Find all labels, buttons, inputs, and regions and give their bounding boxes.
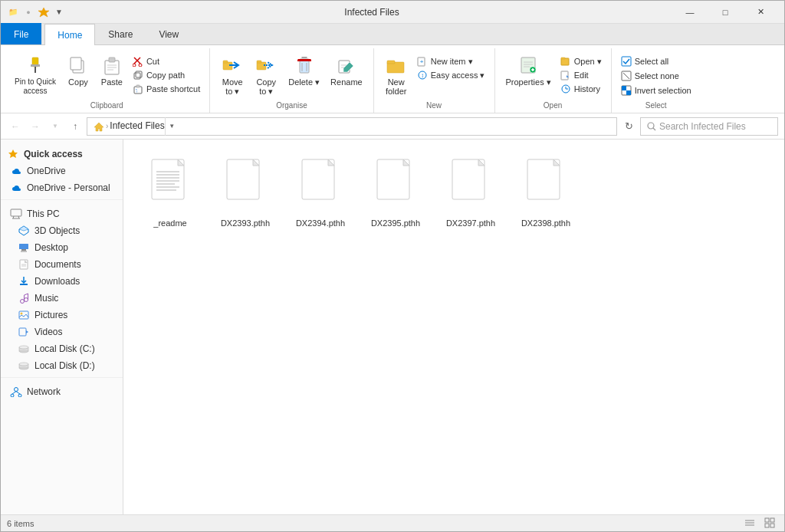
new-item-button[interactable]: + New item ▾	[414, 54, 488, 68]
sidebar-item-onedrive-personal[interactable]: OneDrive - Personal	[1, 179, 123, 196]
easy-access-button[interactable]: ↕ Easy access ▾	[414, 68, 488, 82]
copy-button[interactable]: Copy	[62, 51, 94, 90]
back-button[interactable]: ←	[7, 118, 24, 135]
svg-marker-83	[26, 330, 28, 333]
more-icon: ▼	[53, 6, 65, 18]
pictures-icon	[18, 309, 30, 321]
new-small-buttons: + New item ▾ ↕ Easy access ▾	[414, 51, 488, 82]
local-disk-c-icon	[18, 343, 30, 355]
forward-button[interactable]: →	[27, 118, 44, 135]
sidebar-item-documents[interactable]: Documents	[1, 256, 123, 273]
address-dropdown[interactable]: ▼	[165, 117, 179, 136]
tab-share[interactable]: Share	[95, 23, 146, 44]
file-item-dx2394[interactable]: DX2394.pthh	[286, 152, 355, 235]
close-button[interactable]: ✕	[743, 1, 778, 24]
refresh-button[interactable]: ↻	[620, 118, 637, 135]
copy-path-icon	[133, 70, 143, 80]
svg-rect-47	[561, 58, 569, 65]
file-name-dx2397: DX2397.pthh	[446, 218, 495, 228]
paste-icon	[101, 54, 123, 76]
svg-marker-57	[94, 123, 103, 131]
sidebar-item-downloads[interactable]: Downloads	[1, 273, 123, 290]
svg-rect-56	[626, 90, 631, 95]
svg-point-14	[133, 64, 136, 67]
sidebar-item-local-disk-c[interactable]: Local Disk (C:)	[1, 340, 123, 357]
file-name-dx2394: DX2394.pthh	[296, 218, 345, 228]
ribbon-content: Pin to Quickaccess Copy	[1, 45, 784, 113]
open-items: Properties ▾ Open ▾	[501, 48, 605, 100]
search-box[interactable]: Search Infected Files	[640, 117, 778, 136]
select-none-button[interactable]: Select none	[618, 69, 695, 83]
network-icon	[10, 386, 22, 398]
sidebar-item-local-disk-d[interactable]: Local Disk (D:)	[1, 357, 123, 374]
sidebar: Quick access OneDrive OneDrive - Per	[1, 140, 123, 514]
view-buttons	[741, 516, 778, 531]
sidebar-item-desktop[interactable]: Desktop	[1, 239, 123, 256]
cut-button[interactable]: Cut	[130, 54, 203, 68]
svg-rect-17	[136, 71, 142, 77]
file-area: _readme DX2393.pthh	[123, 140, 784, 514]
select-none-icon	[621, 71, 632, 81]
properties-icon	[517, 54, 539, 76]
svg-point-89	[19, 363, 28, 366]
svg-marker-60	[8, 149, 18, 158]
sidebar-item-music[interactable]: Music	[1, 290, 123, 307]
file-item-readme[interactable]: _readme	[136, 152, 205, 235]
paste-shortcut-button[interactable]: ⤵ Paste shortcut	[130, 82, 203, 96]
file-item-dx2398[interactable]: DX2398.pthh	[511, 152, 580, 235]
copy-path-button[interactable]: Copy path	[130, 68, 203, 82]
sidebar-item-network[interactable]: Network	[1, 383, 123, 400]
tab-view[interactable]: View	[146, 23, 192, 44]
select-all-button[interactable]: Select all	[618, 54, 695, 68]
move-to-button[interactable]: Moveto ▾	[216, 51, 248, 100]
open-button[interactable]: Open ▾	[557, 54, 605, 68]
new-folder-button[interactable]: Newfolder	[380, 51, 412, 99]
open-icon	[560, 56, 571, 67]
svg-text:↕: ↕	[421, 72, 424, 79]
edit-button[interactable]: Edit	[557, 68, 605, 82]
file-item-dx2397[interactable]: DX2397.pthh	[436, 152, 505, 235]
file-name-dx2398: DX2398.pthh	[521, 218, 570, 228]
paste-button[interactable]: Paste	[96, 51, 128, 90]
sidebar-item-videos[interactable]: Videos	[1, 323, 123, 340]
svg-point-81	[21, 313, 23, 315]
sidebar-item-this-pc[interactable]: This PC	[1, 205, 123, 222]
rename-button[interactable]: Rename	[326, 51, 367, 90]
minimize-button[interactable]: —	[672, 1, 708, 24]
clipboard-label: Clipboard	[90, 100, 123, 110]
svg-rect-8	[109, 57, 115, 62]
file-item-dx2393[interactable]: DX2393.pthh	[211, 152, 280, 235]
open-label: Open	[544, 100, 562, 110]
address-breadcrumb: › Infected Files	[94, 120, 165, 132]
tab-home[interactable]: Home	[44, 24, 95, 45]
tab-file[interactable]: File	[1, 23, 41, 44]
properties-button[interactable]: Properties ▾	[501, 51, 556, 90]
address-bar: ← → ▼ ↑ › Infected Files ▼ ↻ Search Infe…	[1, 113, 784, 140]
invert-selection-button[interactable]: Invert selection	[618, 84, 695, 97]
address-input[interactable]: › Infected Files ▼	[87, 117, 617, 136]
new-item-icon: +	[417, 56, 428, 67]
sidebar-item-quick-access[interactable]: Quick access	[1, 146, 123, 163]
pin-to-quick-access-button[interactable]: Pin to Quickaccess	[10, 51, 61, 99]
svg-rect-111	[765, 518, 769, 522]
up-button[interactable]: ↑	[67, 118, 84, 135]
maximize-button[interactable]: □	[708, 1, 743, 24]
paste-shortcut-icon: ⤵	[133, 84, 143, 94]
svg-point-75	[21, 300, 25, 304]
history-button[interactable]: History	[557, 82, 605, 96]
svg-point-86	[19, 346, 28, 349]
onedrive-icon	[10, 165, 22, 177]
copy-to-button[interactable]: Copyto ▾	[250, 51, 282, 100]
svg-rect-114	[770, 524, 774, 527]
edit-icon	[560, 70, 571, 80]
copy-to-icon	[255, 54, 277, 76]
delete-button[interactable]: Delete ▾	[284, 51, 324, 90]
recent-button[interactable]: ▼	[47, 118, 64, 135]
sidebar-item-onedrive[interactable]: OneDrive	[1, 163, 123, 179]
file-item-dx2395[interactable]: DX2395.pthh	[361, 152, 430, 235]
sidebar-item-3d-objects[interactable]: 3D Objects	[1, 222, 123, 239]
list-view-button[interactable]	[741, 516, 758, 531]
select-label: Select	[645, 100, 667, 110]
sidebar-item-pictures[interactable]: Pictures	[1, 307, 123, 323]
grid-view-button[interactable]	[761, 516, 778, 531]
